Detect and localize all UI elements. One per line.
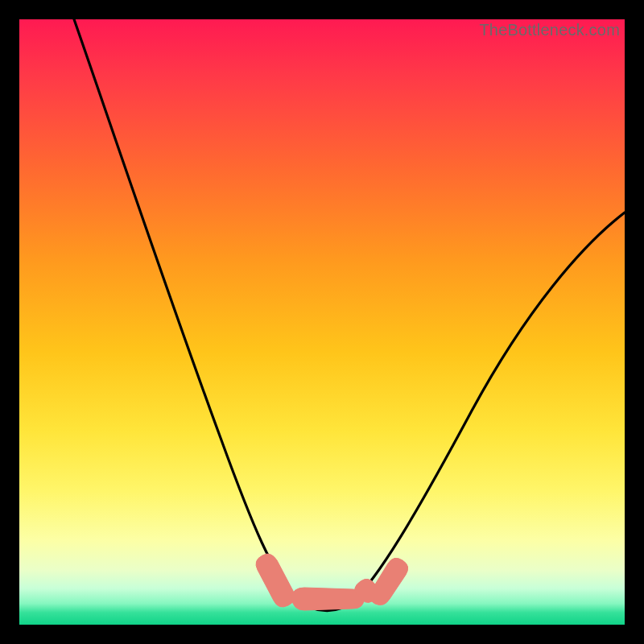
chart-svg [19,19,625,625]
blob-bottom [291,588,364,610]
blob-left [256,554,295,607]
plot-area: TheBottleneck.com [19,19,625,625]
bottleneck-curve [74,19,625,611]
chart-frame: TheBottleneck.com [0,0,644,644]
